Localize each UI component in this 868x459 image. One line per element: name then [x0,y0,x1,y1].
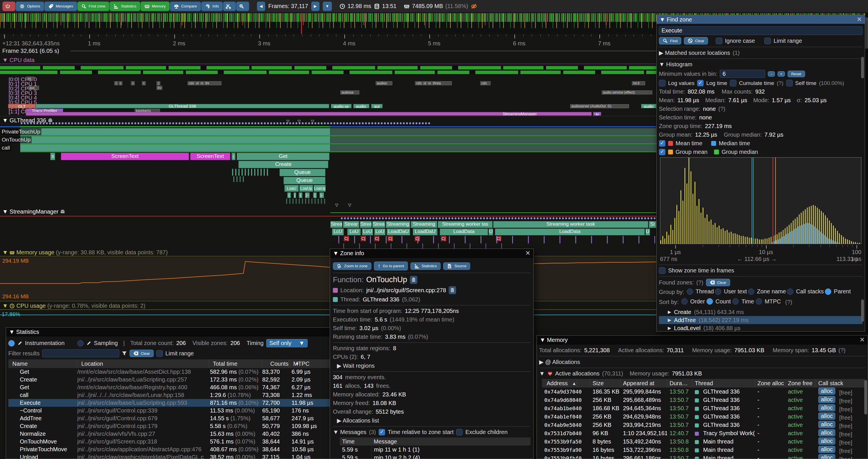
LoadLevel[interactable]: ▶ LoadLevel (18) 406.88 µs [659,324,863,332]
matched-locations-toggle[interactable]: ▶ Matched source locations(1) [659,50,863,56]
cpu-zone-chip[interactable]: cds_ol_rx_threa [415,81,452,85]
cpu-zone-chip[interactable]: c [157,81,160,85]
streaming-zone-bar[interactable]: Strea [360,221,372,228]
clear-found-button[interactable]: Clear [706,279,730,286]
sort-by-radio[interactable]: Time [733,298,754,305]
group-by-radio[interactable]: Zone name [748,288,786,295]
AddTree[interactable]: ▶ AddTree (18,542) 227.19 ms [659,316,863,324]
streaming-zone-bar[interactable]: LoU [347,229,361,235]
cpu-zone-bar[interactable]: audio. [353,104,369,108]
log-values-checkbox[interactable] [659,80,665,87]
allocation-row[interactable]: 0x74a9d68040 256 KB 295,668,489ns 13:50.… [542,396,865,404]
min-bin-input[interactable]: 6 [720,70,765,78]
zoom-to-zone-button[interactable]: Zoom to zone [333,262,371,270]
copy-button[interactable] [410,276,417,284]
funnel-icon[interactable] [122,351,127,356]
allocation-row[interactable]: 0x74a9d37040 186.35 KB 295,999,844ns 13:… [542,388,865,396]
Normalize[interactable]: Normalize jni/../jni/src/claw/vfs/Vfs.cp… [8,430,336,438]
clear-filter-button[interactable]: Clear [129,350,154,357]
message-row[interactable]: 5.59 smip 11 w 1 h 1 (1) [340,446,530,454]
find-zone-titlebar[interactable]: ▼ Find zone✕ [657,15,865,24]
zone-bar[interactable]: |~ [305,192,310,198]
~Control[interactable]: ~Control jni/../jni/src/guif/Control.cpp… [8,407,336,415]
zone-bar[interactable] [20,136,330,143]
sort-by-radio[interactable]: Order [681,298,705,305]
cpu-zone-chip[interactable]: os [26,77,34,81]
allocation-row[interactable]: 0x74ab1ef040 256 KB 294,629,948ns 13:50.… [542,413,865,421]
Execute[interactable]: Execute jni/../jni/src/claw/base/LuaScri… [8,399,336,407]
zone-bar[interactable]: S [50,153,55,160]
cpu-zone-chip[interactable]: c [119,81,122,85]
info-button[interactable]: Info [201,1,223,11]
cpu-zone-bar[interactable]: GLT [8,104,36,108]
AddTree[interactable]: AddTree jni/../jni/src/guif/Control.cpp:… [8,415,336,422]
zone-bar[interactable] [20,128,330,135]
search-input[interactable]: Execute [659,26,863,35]
alloc-zone-link[interactable]: alloc [818,413,835,420]
statistics-table-header[interactable]: Name Location Total time Counts▼ MTPC [8,359,336,368]
copy-button[interactable] [448,286,456,294]
timing-dropdown[interactable]: Self only▼ [266,339,308,347]
memory-usage-header[interactable]: ▼ Memory usage (y-range: 30.88 KB, visib… [2,249,168,256]
cpu-zone-bar[interactable]: StreamingManager [26,112,592,116]
alloc-zone-link[interactable]: alloc [818,454,835,459]
sort-by-radio[interactable]: Count [707,298,731,305]
log-time-checkbox[interactable] [697,80,704,87]
zone-bar[interactable] [330,136,656,143]
statistics-titlebar[interactable]: ▼ Statistics✕ [6,328,338,336]
Create[interactable]: ▶ Create (54,131) 643.34 ms [659,308,863,316]
cpu-zone-chip[interactable]: cds_ol_rx_thr [188,81,221,85]
instrumentation-radio[interactable] [8,340,14,347]
streaming-zone-bar[interactable]: LoadDaU [413,229,437,235]
zone-bar[interactable]: ( [287,192,291,198]
ignore-case-checkbox[interactable] [716,38,722,44]
messages-toggle[interactable]: ▼ Messages [333,429,367,435]
zone-bar[interactable]: ScreenText [190,153,230,160]
allocations-toggle[interactable]: ▶ @ Allocations [539,359,865,365]
close-icon[interactable]: ✕ [860,336,865,343]
PrivateTouchMove[interactable]: PrivateTouchMove jni/../jni/src/claw/app… [8,446,336,453]
allocation-row[interactable]: 0x7553b9fbf0 16 bytes 296,661,186ns 13:5… [542,454,865,459]
alloc-zone-link[interactable]: alloc [818,396,835,403]
scrollbar[interactable] [864,380,867,415]
messages-button[interactable]: Messages [44,1,77,11]
streaming-zone-bar[interactable]: Streaming worker task [493,221,648,228]
streaming-zone-bar[interactable]: LoU [374,229,385,235]
alloc-zone-link[interactable]: alloc [818,404,835,412]
streaming-zone-bar[interactable]: U [489,229,493,235]
tools-button[interactable] [223,1,236,11]
streaming-zone-bar[interactable]: Streaming [386,221,410,228]
zone-bar[interactable]: LoaUp [299,185,313,192]
cpu-zone-chip[interactable]: c [142,81,146,85]
alloc-zone-link[interactable]: alloc [818,446,835,453]
cpu-zone-chip[interactable]: c [114,81,118,85]
go-to-parent-button[interactable]: ↑Go to parent [374,262,408,270]
streaming-zone-bar[interactable]: Streaming worker tas [438,221,493,228]
zoom-button[interactable] [236,1,249,11]
prev-frame-button[interactable]: ◀ [257,1,266,11]
reset-button[interactable]: Reset [787,71,805,77]
cpu-zone-chip[interactable]: audiose [340,91,359,94]
streaming-zone-bar[interactable]: LoadData [495,229,645,235]
close-icon[interactable]: ✕ [857,16,862,23]
zone-bar[interactable]: ( [231,153,236,160]
cpu-zone-chip[interactable]: auc [28,86,39,90]
filter-input[interactable] [42,349,119,357]
allocation-row[interactable]: 0x74ab1be040 186.68 KB 294,645,364ns 13:… [542,404,865,413]
cpu-zone-chip[interactable]: kv [157,86,162,90]
streaming-zone-bar[interactable]: LoU [362,229,373,235]
cpu-data-header[interactable]: ▼ CPU data [2,57,34,63]
zone-bar[interactable]: LoaUp [314,185,326,192]
zone-bar[interactable]: ScreenText [61,153,189,160]
message-row[interactable]: 5.59 smip 10 w 2 h 2 (4) [340,454,530,459]
active-allocations-toggle[interactable]: ▼ Active allocations(70,311) Memory usag… [539,370,865,377]
zone-bar[interactable]: ( [313,192,317,198]
increase-button[interactable]: + [777,71,785,77]
zone-bar[interactable]: |- [319,192,324,198]
Get[interactable]: Get /mnt/e/claw/src/claw/base/Registry.h… [8,384,336,391]
next-frame-button[interactable]: ▶ [311,1,320,11]
allocation-row[interactable]: 0x74ab9e5040 256 KB 293,994,219ns 13:50.… [542,421,865,429]
zone-bar[interactable] [330,128,656,135]
zone-bar[interactable]: Create [239,161,328,168]
call[interactable]: call jni/../jni/../../../src/claw/base/L… [8,391,336,399]
